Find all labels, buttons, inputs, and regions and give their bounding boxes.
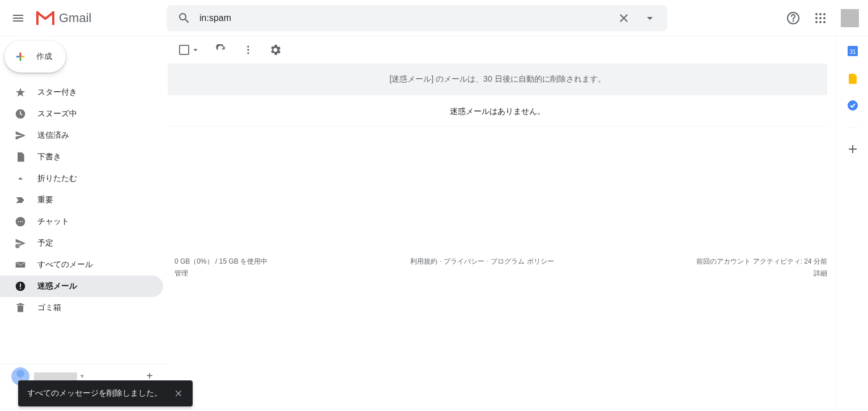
sidebar-item-star[interactable]: スター付き (0, 82, 163, 103)
dropdown-icon (190, 45, 201, 55)
toast-message: すべてのメッセージを削除しました。 (27, 388, 162, 399)
storage-total: 15 GB を使用中 (219, 257, 267, 265)
svg-point-17 (247, 46, 249, 48)
sidebar-item-label: 送信済み (37, 130, 69, 141)
program-link[interactable]: プログラム ポリシー (491, 257, 554, 278)
calendar-addon[interactable]: 31 (847, 45, 858, 57)
checkbox-icon (179, 45, 189, 55)
more-vert-icon (242, 44, 254, 56)
sidebar-item-spam[interactable]: 迷惑メール (0, 276, 163, 297)
manage-storage-link[interactable]: 管理 (175, 269, 267, 278)
search-options-button[interactable] (637, 5, 663, 31)
apps-icon (814, 11, 827, 25)
main-area: [迷惑メール] のメールは、30 日後に自動的に削除されます。 迷惑メールはあり… (168, 36, 868, 411)
sidebar-item-allmail[interactable]: すべてのメール (0, 254, 163, 276)
draft-icon (15, 151, 26, 163)
svg-point-12 (823, 21, 826, 23)
get-addons-button[interactable] (847, 143, 858, 155)
trash-icon (15, 302, 26, 313)
sidebar-item-important[interactable]: 重要 (0, 189, 163, 211)
tasks-addon[interactable] (847, 100, 858, 111)
sidebar-item-label: 重要 (37, 195, 53, 205)
gear-icon (269, 43, 282, 57)
dropdown-icon (643, 11, 657, 25)
help-icon (786, 11, 800, 25)
tasks-icon (847, 100, 858, 111)
calendar-icon: 31 (847, 45, 858, 57)
close-icon (173, 388, 184, 399)
activity-info: 前回のアカウント アクティビティ: 24 分前 詳細 (696, 257, 827, 278)
storage-sep: / (215, 257, 217, 265)
gmail-logo-text: Gmail (59, 11, 91, 26)
content: [迷惑メール] のメールは、30 日後に自動的に削除されます。 迷惑メールはあり… (168, 36, 836, 411)
close-icon (617, 11, 631, 25)
sidebar-item-label: チャット (37, 217, 69, 227)
side-panel: 31 (836, 36, 868, 411)
svg-point-7 (815, 17, 818, 19)
sidebar-item-clock[interactable]: スヌーズ中 (0, 103, 163, 125)
svg-point-18 (247, 49, 249, 50)
privacy-link[interactable]: プライバシー (444, 257, 484, 278)
settings-button[interactable] (264, 39, 287, 61)
sidebar-item-label: ゴミ箱 (37, 303, 61, 313)
svg-rect-1 (52, 11, 54, 25)
refresh-icon (215, 44, 227, 56)
body-area: 作成 スター付きスヌーズ中送信済み下書き折りたたむ重要チャット予定すべてのメール… (0, 36, 868, 411)
svg-point-5 (819, 13, 822, 15)
footer-links: 利用規約 · プライバシー · プログラム ポリシー (410, 257, 554, 278)
toolbar (168, 36, 827, 63)
star-icon (15, 87, 26, 98)
sidebar-item-chat[interactable]: チャット (0, 211, 163, 232)
search-input[interactable] (197, 13, 611, 23)
svg-point-10 (815, 21, 818, 23)
user-menu-caret[interactable]: ▼ (79, 373, 85, 379)
collapse-icon (15, 173, 26, 184)
sidebar-item-label: 折りたたむ (37, 173, 77, 184)
important-icon (15, 194, 26, 206)
svg-point-19 (247, 52, 249, 54)
plus-icon (847, 143, 858, 155)
storage-used: 0 GB（0%） (175, 257, 214, 265)
svg-point-11 (819, 21, 822, 23)
keep-addon[interactable] (847, 73, 858, 84)
support-button[interactable] (782, 7, 805, 29)
clock-icon (15, 108, 26, 120)
send-icon (15, 130, 26, 141)
empty-message: 迷惑メールはありません。 (168, 98, 827, 126)
keep-icon (847, 73, 858, 84)
sidebar-item-collapse[interactable]: 折りたたむ (0, 168, 163, 189)
apps-button[interactable] (809, 7, 832, 29)
svg-rect-0 (36, 11, 39, 25)
refresh-button[interactable] (210, 39, 232, 61)
svg-point-6 (823, 13, 826, 15)
sidebar-item-trash[interactable]: ゴミ箱 (0, 297, 163, 319)
activity-details-link[interactable]: 詳細 (696, 269, 827, 278)
svg-point-22 (848, 100, 858, 111)
logo-area[interactable]: Gmail (32, 7, 167, 29)
svg-point-3 (793, 20, 794, 21)
footer-info: 0 GB（0%） / 15 GB を使用中 管理 利用規約 · プライバシー ·… (168, 126, 827, 278)
sidebar-item-label: スヌーズ中 (37, 109, 77, 119)
user-name (34, 372, 77, 380)
sidebar-item-label: 予定 (37, 238, 53, 248)
svg-text:31: 31 (849, 49, 856, 55)
toast-close-button[interactable] (173, 388, 184, 399)
sidebar-item-scheduled[interactable]: 予定 (0, 232, 163, 254)
allmail-icon (15, 259, 26, 270)
sidebar-item-send[interactable]: 送信済み (0, 125, 163, 146)
sidebar-item-draft[interactable]: 下書き (0, 146, 163, 168)
plus-icon (11, 48, 29, 66)
search-button[interactable] (171, 5, 197, 31)
compose-button[interactable]: 作成 (5, 41, 66, 73)
more-button[interactable] (237, 39, 259, 61)
sidebar-item-label: 迷惑メール (37, 281, 77, 291)
account-button[interactable] (841, 9, 859, 27)
terms-link[interactable]: 利用規約 (410, 257, 437, 278)
spam-banner-text: [迷惑メール] のメールは、30 日後に自動的に削除されます。 (389, 74, 605, 84)
clear-search-button[interactable] (611, 5, 637, 31)
main-menu-button[interactable] (5, 5, 32, 32)
header: Gmail (0, 0, 868, 36)
sidebar-item-label: スター付き (37, 87, 77, 98)
last-activity: 前回のアカウント アクティビティ: 24 分前 (696, 257, 827, 266)
select-all-checkbox[interactable] (175, 40, 205, 60)
